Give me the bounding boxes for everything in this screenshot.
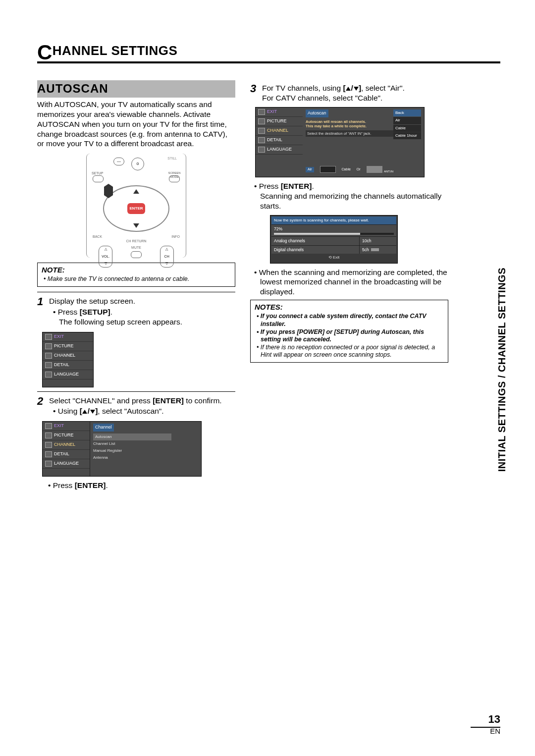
notes2-title: NOTES: — [255, 302, 444, 312]
remote-dpad: ENTER — [103, 185, 169, 232]
signal-bar-icon — [371, 248, 379, 251]
page-footer: 13 EN — [471, 713, 500, 735]
step1-line1: Display the setup screen. — [49, 297, 135, 305]
picture-icon — [45, 432, 52, 438]
step3-bullet1: Press [ENTER]. Scanning and memorizing t… — [260, 181, 448, 211]
step-3: 3 For TV channels, using [/], select "Ai… — [250, 83, 448, 103]
osd-picture: PICTURE — [43, 342, 93, 351]
autoscan-opt-cable1h: Cable 1hour — [393, 132, 421, 139]
step3-bullet2: When the scanning and memorizing are com… — [260, 268, 448, 297]
page-number: 13 — [488, 713, 500, 725]
autoscan-opt-cable: Cable — [393, 125, 421, 132]
remote-dash-button: — — [113, 158, 124, 165]
osd-channel-title: Channel — [93, 424, 114, 432]
step-1: 1 Display the setup screen. Press [SETUP… — [37, 296, 235, 327]
picture-icon — [45, 343, 52, 349]
osd-antenna-item: Antenna — [93, 454, 198, 461]
osd-autoscan-item: Autoscan — [93, 433, 171, 440]
note1-item: Make sure the TV is connected to antenna… — [44, 275, 231, 283]
left-column: AUTOSCAN With AUTOSCAN, your TV automati… — [37, 80, 235, 491]
osd-detail: DETAIL — [43, 361, 93, 370]
osd-manualreg-item: Manual Register — [93, 447, 198, 454]
remote-setup-label: SETUP — [92, 171, 103, 176]
channel-icon — [258, 128, 265, 134]
remote-mute-button — [131, 251, 142, 258]
step2-bullet1: Using [/], select "Autoscan". — [59, 406, 235, 416]
note-box-2: NOTES: If you connect a cable system dir… — [250, 300, 448, 363]
step-1-num: 1 — [37, 296, 45, 327]
osd-exit: EXIT — [43, 332, 93, 342]
remote-enter-button: ENTER — [127, 203, 145, 214]
remote-ch-rocker: △CH▽ — [160, 246, 174, 268]
step3-line1: For TV channels, using [/], select "Air"… — [262, 84, 405, 92]
progress-fill — [274, 233, 360, 235]
title-rest: HANNEL SETTINGS — [53, 43, 178, 58]
down-icon — [354, 87, 359, 91]
detail-icon — [258, 137, 265, 143]
autoscan-ant-row: Air Cable Or ANT.IN — [306, 166, 392, 173]
notes2-item2: If there is no reception connected or a … — [257, 344, 444, 359]
step-2-num: 2 — [37, 396, 45, 418]
remote-screenmode-label: SCREEN MODE — [166, 171, 183, 179]
scan-percent: 72% — [271, 225, 396, 236]
step-3-num: 3 — [250, 83, 258, 103]
dpad-down-icon — [133, 223, 139, 228]
picture-icon — [258, 118, 265, 124]
notes2-item1: If you press [POWER] or [SETUP] during A… — [257, 328, 444, 344]
step2-bullet2: Press [ENTER]. — [54, 481, 235, 490]
exit-icon — [45, 423, 52, 429]
osd-setup-menu: EXIT PICTURE CHANNEL DETAIL LANGUAGE — [42, 332, 94, 387]
remote-back-label: BACK — [93, 235, 102, 239]
osd-channel: CHANNEL — [43, 351, 93, 361]
down-icon — [90, 410, 95, 414]
osd-autoscan-screen: EXIT PICTURE CHANNEL DETAIL LANGUAGE Aut… — [255, 107, 425, 177]
exit-icon — [258, 109, 265, 115]
remote-chreturn-label: CH RETURN — [90, 239, 183, 244]
scan-digital-label: Digital channels — [271, 246, 359, 254]
remote-diagram: STILL — 0 SETUP SCREEN MODE — [86, 154, 186, 258]
section-heading: AUTOSCAN — [37, 80, 235, 98]
scan-analog-val: 10ch — [359, 237, 396, 245]
up-icon — [82, 410, 87, 414]
autoscan-title: Autoscan — [306, 109, 328, 117]
ant-air-box — [320, 166, 336, 173]
right-column: 3 For TV channels, using [/], select "Ai… — [250, 80, 448, 491]
language-icon — [45, 372, 52, 378]
osd-scanning-screen: Now the system is scanning for channels,… — [270, 215, 398, 264]
osd-channel-menu: EXIT PICTURE CHANNEL DETAIL LANGUAGE Cha… — [42, 421, 202, 477]
step2-line1: Select "CHANNEL" and press [ENTER] to co… — [49, 396, 222, 405]
step-2: 2 Select "CHANNEL" and press [ENTER] to … — [37, 396, 235, 418]
channel-icon — [45, 353, 52, 359]
remote-mute-label: MUTE — [131, 246, 141, 250]
scan-digital-val: 5ch — [359, 246, 396, 254]
remote-info-label: INFO — [171, 235, 180, 239]
up-icon — [346, 87, 351, 91]
remote-still-label: STILL — [167, 157, 177, 161]
scan-msg: Now the system is scanning for channels,… — [271, 216, 396, 224]
page-title: CHANNEL SETTINGS — [37, 43, 500, 63]
intro-text: With AUTOSCAN, your TV automatically sca… — [37, 100, 235, 149]
autoscan-opt-air: Air — [393, 117, 421, 124]
notes2-item0: If you connect a cable system directly, … — [257, 313, 444, 328]
detail-icon — [45, 362, 52, 368]
side-tab-label: INITIAL SETTINGS / CHANNEL SETTINGS — [496, 268, 508, 472]
step1-bullet: Press [SETUP]. The following setup scree… — [59, 307, 235, 327]
remote-vol-rocker: △VOL.▽ — [99, 246, 112, 268]
dpad-up-icon — [133, 189, 139, 194]
exit-icon — [45, 334, 52, 340]
dpad-right-icon — [108, 184, 113, 198]
dpad-left-icon — [104, 184, 108, 198]
remote-setup-button — [93, 175, 104, 182]
ant-in-box — [367, 166, 382, 173]
page-lang: EN — [471, 727, 500, 735]
step3-line2: For CATV channels, select "Cable". — [262, 94, 382, 102]
remote-digit-0: 0 — [131, 158, 144, 170]
title-cap: C — [37, 46, 53, 59]
autoscan-opt-back: Back — [393, 109, 421, 116]
language-icon — [258, 147, 265, 153]
detail-icon — [45, 451, 52, 457]
scan-exit-foot: ⟲ Exit — [271, 254, 396, 262]
osd-language: LANGUAGE — [43, 370, 93, 379]
language-icon — [45, 461, 52, 467]
osd-channellist-item: Channel List — [93, 440, 198, 447]
